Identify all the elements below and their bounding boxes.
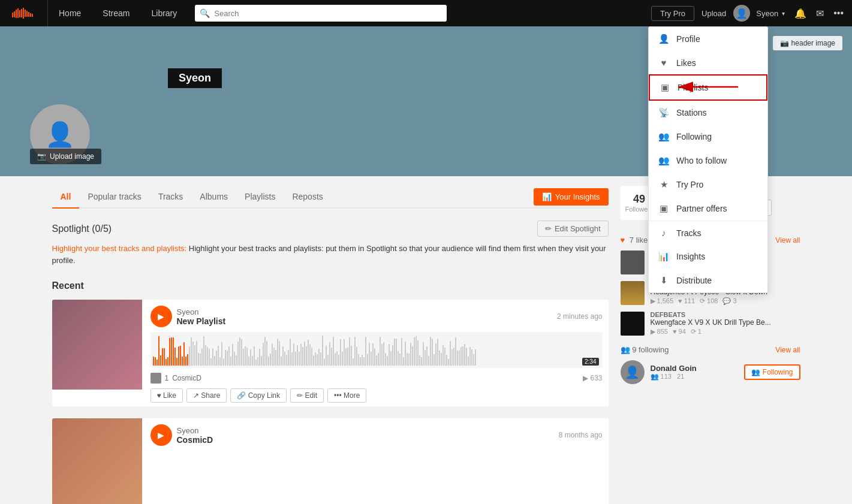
like-stats-3: ▶ 855 ♥ 94 ⟳ 1: [651, 328, 800, 336]
upload-image-button[interactable]: 📷 Upload image: [30, 149, 101, 164]
dropdown-distribute[interactable]: ⬇ Distribute: [649, 268, 767, 292]
dropdown-profile[interactable]: 👤 Profile: [649, 27, 767, 51]
dropdown-partner-offers[interactable]: ▣ Partner offers: [649, 197, 767, 221]
track-card-2: ▶ Syeon CosmicD 8 months ago: [52, 418, 609, 504]
following-icon: 👥: [658, 131, 669, 142]
user-menu-button[interactable]: Syeon ▾: [752, 9, 788, 18]
search-icon: 🔍: [200, 8, 210, 18]
track-name: New Playlist: [177, 316, 226, 326]
dropdown-who-to-follow[interactable]: 👥 Who to follow: [649, 149, 767, 173]
spotlight-header: Spotlight (0/5) ✏ Edit Spotlight: [52, 221, 609, 237]
content-tabs: All Popular tracks Tracks Albums Playlis…: [52, 186, 609, 209]
content-area: All Popular tracks Tracks Albums Playlis…: [52, 176, 621, 504]
try-pro-button[interactable]: Try Pro: [651, 6, 694, 21]
following-button[interactable]: 👥 Following: [744, 364, 800, 380]
search-input[interactable]: [195, 5, 447, 22]
waveform[interactable]: // Generate waveform bars const wf = doc…: [150, 332, 603, 368]
play-button[interactable]: ▶: [150, 306, 172, 327]
track-artist-2: Syeon: [177, 426, 213, 435]
distribute-icon: ⬇: [658, 275, 669, 286]
following-info: Donald Goin 👥 113 21: [651, 364, 739, 381]
like-title-3: Kwengface X V9 X UK Drill Type Be...: [651, 318, 800, 327]
track-main-2: ▶ Syeon CosmicD 8 months ago: [150, 418, 609, 504]
svg-rect-7: [25, 10, 26, 17]
dropdown-try-pro[interactable]: ★ Try Pro: [649, 173, 767, 197]
edit-action-button[interactable]: ✏ Edit: [290, 388, 324, 403]
track-thumbnail-2: [52, 418, 142, 504]
stations-icon: 📡: [658, 107, 669, 118]
following-title: 👥 9 following: [621, 345, 669, 354]
follow-icon: 👥: [751, 368, 760, 376]
heart-icon: ♥: [621, 236, 625, 245]
user-avatar: 👤: [733, 5, 750, 22]
share-action-button[interactable]: ↗ Share: [186, 388, 227, 403]
more-action-button[interactable]: ••• More: [327, 388, 366, 403]
logo[interactable]: [0, 0, 48, 26]
play-button-2[interactable]: ▶: [150, 424, 172, 446]
svg-rect-8: [26, 11, 28, 17]
dropdown-tracks[interactable]: ♪ Tracks: [649, 221, 767, 245]
likes-view-all[interactable]: View all: [775, 236, 800, 245]
who-follow-icon: 👥: [658, 155, 669, 166]
dropdown-following[interactable]: 👥 Following: [649, 125, 767, 149]
messages-button[interactable]: ✉: [812, 8, 827, 19]
dropdown-likes[interactable]: ♥ Likes: [649, 51, 767, 74]
following-stats: 👥 113 21: [651, 373, 739, 381]
following-name: Donald Goin: [651, 364, 739, 373]
nav-stream[interactable]: Stream: [92, 0, 140, 26]
spotlight-section: Spotlight (0/5) ✏ Edit Spotlight Highlig…: [52, 221, 609, 266]
like-info-3: DefBeats Kwengface X V9 X UK Drill Type …: [651, 311, 800, 336]
tab-playlists[interactable]: Playlists: [236, 186, 284, 209]
edit-spotlight-button[interactable]: ✏ Edit Spotlight: [537, 221, 609, 237]
insights-button[interactable]: 📊 Your Insights: [534, 188, 609, 206]
spotlight-title: Spotlight (0/5): [52, 224, 112, 234]
following-item: 👤 Donald Goin 👥 113 21 👥 Following: [621, 360, 800, 384]
svg-rect-0: [12, 13, 13, 17]
partner-icon: ▣: [658, 203, 669, 214]
camera-icon-header: 📷: [780, 39, 789, 47]
more-button[interactable]: •••: [830, 8, 847, 19]
navbar-search-area: 🔍: [195, 5, 447, 22]
tab-reposts[interactable]: Reposts: [284, 186, 331, 209]
likes-title: ♥ 7 likes: [621, 236, 652, 245]
hero-username: Syeon: [168, 68, 222, 88]
like-action-button[interactable]: ♥ Like: [150, 388, 183, 403]
svg-rect-10: [30, 13, 31, 17]
svg-rect-9: [28, 12, 29, 17]
copy-link-action-button[interactable]: 🔗 Copy Link: [230, 388, 287, 403]
tracks-icon: ♪: [658, 228, 669, 238]
following-view-all[interactable]: View all: [775, 346, 800, 354]
bar-chart-icon: 📊: [542, 192, 552, 201]
track-user-num: 1: [165, 374, 169, 382]
track-time-ago: 2 minutes ago: [557, 312, 602, 321]
dropdown-playlists[interactable]: ▣ Playlists: [649, 74, 767, 101]
dropdown-insights[interactable]: 📊 Insights: [649, 245, 767, 268]
recent-section: Recent ▶ Syeon New Playlist 2 minutes ag…: [52, 280, 609, 504]
following-list: 👤 Donald Goin 👥 113 21 👥 Following: [621, 360, 800, 384]
tabs-right: 📊 Your Insights: [534, 188, 609, 206]
like-stats-2: ▶ 1,565 ♥ 111 ⟳ 108 💬 3: [651, 297, 800, 305]
recent-title: Recent: [52, 280, 609, 291]
insights-icon: 📊: [658, 251, 669, 262]
camera-icon: 📷: [37, 152, 46, 161]
tab-popular-tracks[interactable]: Popular tracks: [79, 186, 149, 209]
following-header: 👥 9 following View all: [621, 345, 800, 354]
nav-home[interactable]: Home: [48, 0, 92, 26]
track-artist: Syeon: [177, 307, 226, 316]
notifications-button[interactable]: 🔔: [791, 8, 810, 19]
user-dropdown-menu: 👤 Profile ♥ Likes ▣ Playlists 📡 Stations…: [648, 26, 768, 293]
people-icon: 👥: [621, 345, 630, 354]
tab-all[interactable]: All: [52, 186, 80, 209]
upload-button[interactable]: Upload: [697, 9, 731, 18]
header-image-button[interactable]: 📷 header image: [773, 36, 842, 50]
svg-rect-11: [32, 14, 33, 17]
tab-albums[interactable]: Albums: [191, 186, 236, 209]
playlist-icon: ▣: [660, 82, 670, 93]
nav-library[interactable]: Library: [140, 0, 188, 26]
svg-rect-5: [21, 9, 22, 17]
track-thumbnail: [52, 300, 142, 390]
user-name-label: Syeon: [756, 9, 778, 18]
chevron-down-icon: ▾: [782, 10, 785, 17]
dropdown-stations[interactable]: 📡 Stations: [649, 101, 767, 125]
tab-tracks[interactable]: Tracks: [150, 186, 191, 209]
